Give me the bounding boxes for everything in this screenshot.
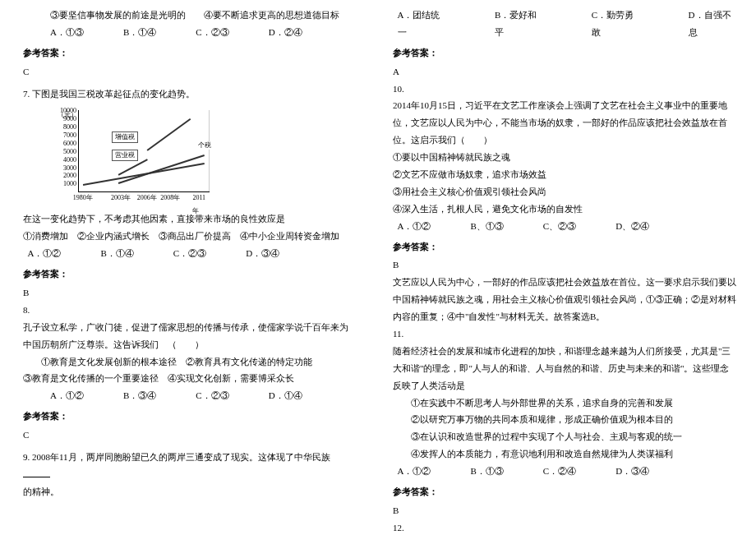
- blank-underline: [23, 469, 50, 477]
- opt-b: B、①③: [470, 218, 503, 235]
- opt-b: B．③④: [123, 387, 156, 404]
- left-column: ③要坚信事物发展的前途是光明的 ④要不断追求更高的思想道德目标 A．①③ B．①…: [0, 0, 378, 535]
- opt-c: C、②③: [543, 218, 576, 235]
- opt-d: D．自强不息: [689, 7, 736, 41]
- q7-stem: 7. 下图是我国三税改革起征点的变化趋势。: [23, 85, 352, 103]
- opt-a: A．①②: [398, 218, 431, 235]
- q9-stem: 9. 2008年11月，两岸同胞盼望已久的两岸三通变成了现实。这体现了中华民族: [23, 449, 352, 483]
- q8-stem: 孔子设立私学，广收门徒，促进了儒家思想的传播与传承，使儒家学说千百年来为中国历朝…: [23, 319, 352, 353]
- legend-biz: 营业税: [112, 150, 138, 161]
- opt-c: C．②④: [543, 463, 576, 480]
- answer-value: B: [393, 256, 736, 274]
- opt-d: D．③④: [246, 245, 279, 262]
- q11-i1: ①在实践中不断思考人与外部世界的关系，追求自身的完善和发展: [393, 394, 736, 412]
- opt-d: D．②④: [269, 24, 302, 41]
- xtick: 1980年: [73, 191, 93, 204]
- q8-options: A．①② B．③④ C．②③ D．①④: [23, 387, 352, 404]
- tax-chart: （元） 1000 2000 3000 4000 5000 6000 7000 8…: [50, 107, 219, 205]
- q11-i4: ④发挥人的本质能力，有意识地利用和改造自然规律为人类谋福利: [393, 445, 736, 463]
- q9-options: A．团结统一 B．爱好和平 C．勤劳勇敢 D．自强不息: [393, 7, 736, 41]
- ytick: 10000: [60, 104, 79, 117]
- opt-a: A．①③: [50, 24, 84, 41]
- xtick: 2006年: [137, 191, 157, 204]
- opt-c: C．②③: [173, 245, 206, 262]
- q8-line1: ①教育是文化发展创新的根本途径 ②教育具有文化传递的特定功能: [23, 353, 352, 371]
- opt-a: A．①②: [398, 463, 431, 480]
- answer-label: 参考答案：: [393, 44, 736, 62]
- right-column: A．团结统一 B．爱好和平 C．勤劳勇敢 D．自强不息 参考答案： A 10. …: [378, 0, 756, 535]
- q11-i2: ②以研究万事万物的共同本质和规律，形成正确价值观为根本目的: [393, 411, 736, 428]
- answer-value: B: [23, 284, 352, 302]
- q10-options: A．①② B、①③ C、②③ D、②④: [393, 218, 736, 235]
- opt-c: C．②③: [196, 24, 228, 41]
- answer-value: A: [393, 63, 736, 81]
- q10-i1: ①要以中国精神铸就民族之魂: [393, 149, 736, 166]
- chart-axes: （元） 1000 2000 3000 4000 5000 6000 7000 8…: [78, 110, 210, 192]
- q7-items: ①消费增加 ②企业内涵式增长 ③商品出厂价提高 ④中小企业周转资金增加: [23, 228, 352, 245]
- q6-statements: ③要坚信事物发展的前途是光明的 ④要不断追求更高的思想道德目标: [23, 7, 352, 24]
- q10-explanation: 文艺应以人民为中心，一部好的作品应该把社会效益放在首位。这一要求启示我们要以中国…: [393, 274, 736, 325]
- q11-stem: 随着经济社会的发展和城市化进程的加快，和谐理念越来越为人们所接受，尤其是"三大和…: [393, 343, 736, 394]
- q7-options: A．①② B．①④ C．②③ D．③④: [23, 245, 352, 262]
- opt-b: B．①④: [123, 24, 156, 41]
- answer-value: C: [23, 63, 352, 81]
- answer-label: 参考答案：: [393, 238, 736, 256]
- q10-i2: ②文艺不应做市场奴隶，追求市场效益: [393, 166, 736, 183]
- q10-stem: 2014年10月15日，习近平在文艺工作座谈会上强调了文艺在社会主义事业中的重要…: [393, 97, 736, 149]
- q6-options: A．①③ B．①④ C．②③ D．②④: [23, 24, 352, 41]
- opt-d: D．③④: [615, 463, 649, 480]
- q7-after-chart: 在这一变化趋势下，不考虑其他因素，直接带来市场的良性效应是: [23, 210, 352, 228]
- legend-vat: 增值税: [112, 131, 138, 143]
- opt-c: C．②③: [196, 387, 228, 404]
- xtick: 2003年: [111, 191, 131, 204]
- q9-stem2: 的精神。: [23, 483, 352, 500]
- answer-label: 参考答案：: [23, 44, 352, 62]
- q8-line2: ③教育是文化传播的一个重要途径 ④实现文化创新，需要博采众长: [23, 370, 352, 387]
- q9-stem-text: 9. 2008年11月，两岸同胞盼望已久的两岸三通变成了现实。这体现了中华民族: [23, 452, 330, 462]
- q10-i4: ④深入生活，扎根人民，避免文化市场的自发性: [393, 201, 736, 218]
- answer-value: C: [23, 427, 352, 444]
- answer-label: 参考答案：: [393, 483, 736, 500]
- q8-num: 8.: [23, 302, 352, 319]
- answer-label: 参考答案：: [23, 265, 352, 283]
- opt-a: A．①②: [50, 387, 84, 404]
- legend-personal: 个税: [198, 141, 211, 150]
- opt-d: D．①④: [269, 387, 302, 404]
- opt-a: A．①②: [28, 245, 62, 262]
- q10-i3: ③用社会主义核心价值观引领社会风尚: [393, 183, 736, 201]
- opt-b: B．爱好和平: [495, 7, 542, 41]
- xtick: 2008年: [160, 191, 180, 204]
- opt-c: C．勤劳勇敢: [592, 7, 639, 41]
- q11-options: A．①② B．①③ C．②④ D．③④: [393, 463, 736, 480]
- xtick: 2011年: [192, 191, 205, 216]
- opt-a: A．团结统一: [398, 7, 445, 41]
- answer-label: 参考答案：: [23, 408, 352, 425]
- answer-value: B: [393, 502, 736, 519]
- q11-num: 11.: [393, 325, 736, 343]
- q12-num: 12.: [393, 519, 736, 535]
- q10-num: 10.: [393, 81, 736, 98]
- opt-b: B．①④: [100, 245, 133, 262]
- opt-b: B．①③: [470, 463, 503, 480]
- opt-d: D、②④: [615, 218, 649, 235]
- q11-i3: ③在认识和改造世界的过程中实现了个人与社会、主观与客观的统一: [393, 428, 736, 445]
